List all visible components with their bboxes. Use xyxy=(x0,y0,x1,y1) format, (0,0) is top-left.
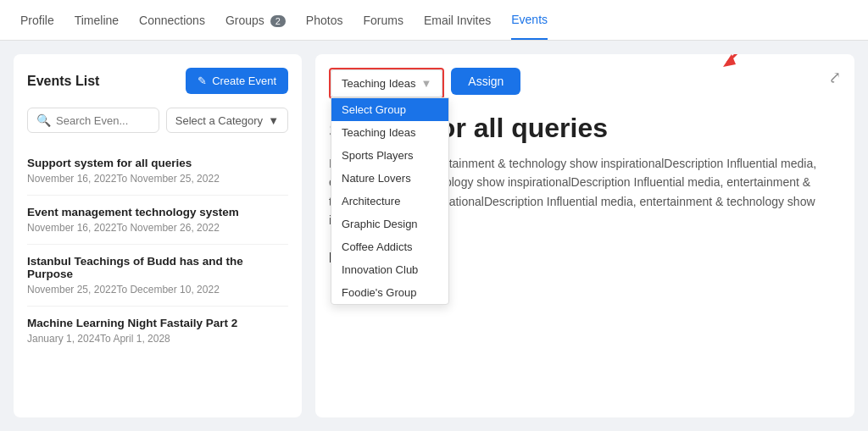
event-title-2: Event management technology system xyxy=(27,206,288,218)
group-select-trigger[interactable]: Teaching Ideas ▼ xyxy=(331,69,442,97)
dropdown-item-select-group[interactable]: Select Group xyxy=(331,98,448,121)
nav-profile[interactable]: Profile xyxy=(20,2,54,39)
event-detail-panel: ⤤ Teaching Ideas ▼ Select Group Teaching… xyxy=(315,54,854,417)
svg-line-0 xyxy=(727,54,778,63)
event-title-3: Istanbul Teachings of Budd has and the P… xyxy=(27,255,288,280)
dropdown-item-foodies-group[interactable]: Foodie's Group xyxy=(331,281,448,304)
nav-forums[interactable]: Forums xyxy=(363,2,403,39)
category-select[interactable]: Select a Category ▼ xyxy=(166,108,288,133)
event-item-3[interactable]: Istanbul Teachings of Budd has and the P… xyxy=(27,245,288,307)
events-list-panel: Events List ✎ Create Event 🔍 Select a Ca… xyxy=(14,54,302,417)
main-layout: Events List ✎ Create Event 🔍 Select a Ca… xyxy=(0,41,868,431)
nav-photos[interactable]: Photos xyxy=(306,2,343,39)
dropdown-item-nature-lovers[interactable]: Nature Lovers xyxy=(331,167,448,190)
red-arrow-annotation xyxy=(710,54,787,74)
event-item-2[interactable]: Event management technology system Novem… xyxy=(27,196,288,245)
search-wrap: 🔍 xyxy=(27,108,159,133)
dropdown-item-architecture[interactable]: Architecture xyxy=(331,190,448,213)
nav-email-invites[interactable]: Email Invites xyxy=(424,2,491,39)
nav-groups[interactable]: Groups 2 xyxy=(225,2,286,39)
nav-timeline[interactable]: Timeline xyxy=(75,2,119,39)
event-date-2: November 16, 2022To November 26, 2022 xyxy=(27,222,288,234)
nav-connections[interactable]: Connections xyxy=(139,2,205,39)
events-list: Support system for all queries November … xyxy=(27,146,288,355)
dropdown-item-teaching-ideas[interactable]: Teaching Ideas xyxy=(331,121,448,144)
dropdown-item-innovation-club[interactable]: Innovation Club xyxy=(331,258,448,281)
dropdown-item-coffee-addicts[interactable]: Coffee Addicts xyxy=(331,235,448,258)
assign-button[interactable]: Assign xyxy=(451,68,520,95)
create-icon: ✎ xyxy=(198,75,207,87)
event-item-4[interactable]: Machine Learning Night Fastaily Part 2 J… xyxy=(27,307,288,355)
search-input[interactable] xyxy=(56,114,150,127)
event-title-4: Machine Learning Night Fastaily Part 2 xyxy=(27,317,288,329)
chevron-down-icon: ▼ xyxy=(268,114,279,127)
top-navigation: Profile Timeline Connections Groups 2 Ph… xyxy=(0,0,868,41)
dropdown-item-graphic-design[interactable]: Graphic Design xyxy=(331,213,448,235)
search-filter-row: 🔍 Select a Category ▼ xyxy=(27,108,288,133)
create-event-button[interactable]: ✎ Create Event xyxy=(186,68,288,94)
events-list-title: Events List xyxy=(27,74,99,89)
groups-badge: 2 xyxy=(270,15,286,27)
event-date-1: November 16, 2022To November 25, 2022 xyxy=(27,173,288,185)
nav-events[interactable]: Events xyxy=(511,1,548,40)
event-date-4: January 1, 2024To April 1, 2028 xyxy=(27,333,288,345)
chevron-down-icon: ▼ xyxy=(420,77,431,90)
search-icon: 🔍 xyxy=(36,113,51,127)
group-selected-label: Teaching Ideas xyxy=(342,77,415,90)
event-date-3: November 25, 2022To December 10, 2022 xyxy=(27,284,288,296)
group-dropdown-menu: Select Group Teaching Ideas Sports Playe… xyxy=(331,97,449,305)
group-dropdown-wrapper: Teaching Ideas ▼ Select Group Teaching I… xyxy=(329,68,444,99)
event-item-1[interactable]: Support system for all queries November … xyxy=(27,146,288,196)
panel-header: Events List ✎ Create Event xyxy=(27,68,288,94)
dropdown-item-sports-players[interactable]: Sports Players xyxy=(331,144,448,167)
event-title-1: Support system for all queries xyxy=(27,157,288,169)
